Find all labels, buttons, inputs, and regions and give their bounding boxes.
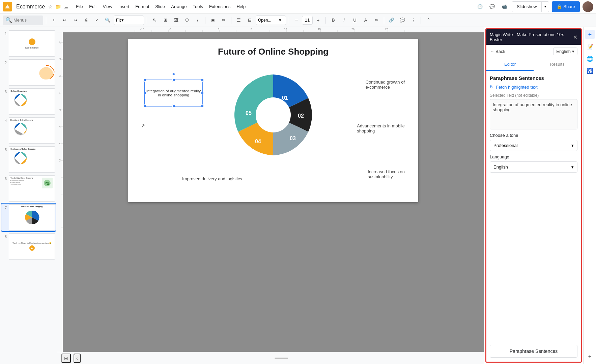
share-btn[interactable]: 🔒 Share <box>552 1 580 12</box>
italic-btn[interactable]: I <box>339 16 349 25</box>
folder-icon[interactable]: 📁 <box>55 4 61 9</box>
menu-edit[interactable]: Edit <box>86 3 99 10</box>
font-size-increase[interactable]: + <box>313 16 323 25</box>
zoom-selector[interactable]: Fit ▾ <box>114 16 144 25</box>
menu-format[interactable]: Format <box>133 3 152 10</box>
spellcheck-btn[interactable]: ✓ <box>92 16 102 25</box>
bold-btn[interactable]: B <box>329 16 338 25</box>
sep4 <box>231 17 231 24</box>
right-panel: Magic Write - Make Presentations 10x Fas… <box>484 27 583 364</box>
tab-results[interactable]: Results <box>534 58 581 71</box>
slide-thumb-6[interactable]: 6 Tips for Safe Online Shopping • Use se… <box>1 175 56 202</box>
user-avatar[interactable] <box>583 1 593 12</box>
side-accessibility-icon[interactable]: ♿ <box>585 66 595 75</box>
undo-btn[interactable]: ↩ <box>60 16 69 25</box>
history-btn[interactable]: 🕐 <box>475 2 485 11</box>
language-header-value: English <box>556 49 571 54</box>
zoom-btn[interactable]: 🔍 <box>103 16 112 25</box>
slide-thumb-4[interactable]: 4 Benefits of Online Shopping <box>1 117 56 144</box>
slide-number-7: 7 <box>2 204 7 210</box>
image-btn[interactable]: 🖼 <box>171 16 181 25</box>
slide-panel: 1 Ecommerce 2 3 <box>0 27 57 364</box>
slide-thumb-3[interactable]: 3 Online Shopping <box>1 88 56 115</box>
menu-help[interactable]: Help <box>234 3 248 10</box>
slide-thumb-1[interactable]: 1 Ecommerce <box>1 30 56 57</box>
shape-btn[interactable]: ⬡ <box>182 16 192 25</box>
slideshow-btn[interactable]: Slideshow ▾ <box>512 1 549 12</box>
more-btn[interactable]: ⋮ <box>408 16 418 25</box>
handle-br[interactable] <box>201 104 204 107</box>
menu-file[interactable]: File <box>73 3 86 10</box>
menu-slide[interactable]: Slide <box>152 3 168 10</box>
fetch-highlighted-btn[interactable]: ↻ Fetch highlighted text <box>490 84 577 90</box>
chevron-up[interactable]: ⌃ <box>424 16 433 25</box>
handle-rotate[interactable] <box>172 73 175 75</box>
handle-bl[interactable] <box>143 104 146 107</box>
col-btn[interactable]: ⊟ <box>245 16 254 25</box>
search-input[interactable] <box>13 18 40 23</box>
font-size-input[interactable] <box>302 16 313 25</box>
paraphrase-sentences-btn[interactable]: Paraphrase Sentences <box>490 345 577 358</box>
slide-position-indicator <box>275 358 288 359</box>
side-globe-icon[interactable]: 🌐 <box>585 54 595 63</box>
text-color-btn[interactable]: A <box>361 16 370 25</box>
canvas-scroll[interactable]: Future of Online Shopping Integrati <box>63 32 484 352</box>
font-size-decrease[interactable]: − <box>292 16 301 25</box>
side-notes-icon[interactable]: 📝 <box>585 42 595 51</box>
underline-btn[interactable]: U <box>350 16 360 25</box>
toolbar-search[interactable]: 🔍 <box>3 16 43 25</box>
slide-thumb-2[interactable]: 2 <box>1 59 56 86</box>
handle-ml[interactable] <box>143 92 146 94</box>
slide-thumb-7[interactable]: 7 Future of Online Shopping <box>1 204 56 231</box>
handle-tr[interactable] <box>201 79 204 82</box>
svg-rect-8 <box>57 27 484 32</box>
menu-view[interactable]: View <box>100 3 115 10</box>
font-selector[interactable]: Open... ▾ <box>256 16 286 25</box>
slideshow-dropdown[interactable]: ▾ <box>542 2 549 12</box>
tone-label: Choose a tone <box>490 133 577 138</box>
cursor-btn[interactable]: ↖ <box>150 16 159 25</box>
handle-tl[interactable] <box>143 79 146 82</box>
cursor-icon: ↗ <box>140 122 145 129</box>
line-btn[interactable]: / <box>193 16 202 25</box>
magic-write-close-btn[interactable]: ✕ <box>573 34 577 40</box>
canvas-area: -10 -5 0 5 10 15 20 25 <box>57 27 484 364</box>
link-btn[interactable]: 🔗 <box>387 16 396 25</box>
redo-btn[interactable]: ↪ <box>70 16 80 25</box>
comments-btn[interactable]: 💬 <box>487 2 497 11</box>
handle-mr[interactable] <box>201 92 204 94</box>
s6-text: • Use secure websites• Check reviews• Us… <box>10 180 40 185</box>
back-btn[interactable]: ← Back <box>490 49 505 54</box>
comment-btn[interactable]: 💬 <box>398 16 407 25</box>
menu-insert[interactable]: Insert <box>116 3 132 10</box>
slide-thumb-8[interactable]: 8 Thank you. Please feel free to ask any… <box>1 233 56 260</box>
add-btn[interactable]: + <box>49 16 58 25</box>
slideshow-main[interactable]: Slideshow <box>512 2 542 12</box>
side-magic-write-icon[interactable]: ✦ <box>585 30 595 39</box>
slide-thumb-5[interactable]: 5 Challenges of Online Shopping <box>1 146 56 173</box>
language-dropdown-icon2: ▾ <box>571 164 574 170</box>
fill-btn[interactable]: ▣ <box>208 16 218 25</box>
back-arrow-icon: ← <box>490 49 494 54</box>
side-add-icon[interactable]: + <box>585 352 595 361</box>
align-btn[interactable]: ☰ <box>234 16 244 25</box>
tone-selector[interactable]: Professional ▾ <box>490 140 577 151</box>
grid-view-btn[interactable]: ⊞ <box>61 354 71 363</box>
language-header-selector[interactable]: English ▾ <box>553 48 577 55</box>
print-btn[interactable]: 🖨 <box>81 16 91 25</box>
menu-tools[interactable]: Tools <box>190 3 206 10</box>
video-btn[interactable]: 📹 <box>500 2 509 11</box>
highlight-btn[interactable]: ✏ <box>372 16 381 25</box>
menu-extensions[interactable]: Extensions <box>206 3 233 10</box>
transform-btn[interactable]: ⊞ <box>161 16 170 25</box>
handle-tm[interactable] <box>172 79 175 82</box>
menu-arrange[interactable]: Arrange <box>168 3 189 10</box>
handle-bm[interactable] <box>172 104 175 107</box>
language-selector[interactable]: English ▾ <box>490 161 577 173</box>
selected-text-box[interactable]: Integration of augmented reality in onli… <box>144 80 203 107</box>
star-icon[interactable]: ☆ <box>48 4 53 9</box>
collapse-panel-btn[interactable]: ‹ <box>74 354 81 363</box>
cloud-icon[interactable]: ☁ <box>64 4 68 9</box>
tab-editor[interactable]: Editor <box>486 58 534 71</box>
pen-btn[interactable]: ✏ <box>219 16 228 25</box>
